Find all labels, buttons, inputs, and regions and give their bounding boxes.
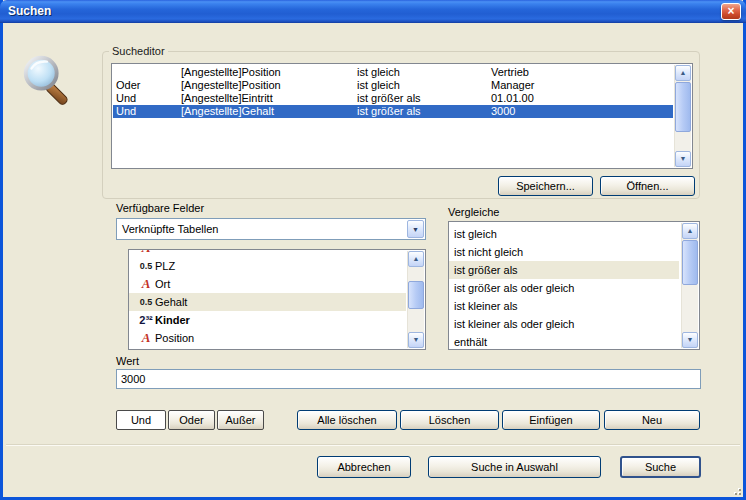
open-button[interactable]: Öffnen... xyxy=(600,176,695,196)
scroll-up-button[interactable]: ▲ xyxy=(408,251,424,267)
scroll-up-button[interactable]: ▲ xyxy=(675,65,691,81)
und-button[interactable]: Und xyxy=(116,410,166,430)
delete-button-label: Löschen xyxy=(429,414,471,426)
resize-grip[interactable] xyxy=(729,483,742,496)
criteria-conjunction: Und xyxy=(116,92,136,105)
scroll-thumb[interactable] xyxy=(682,240,698,285)
criteria-operator: ist größer als xyxy=(357,105,421,118)
close-icon: × xyxy=(727,4,734,18)
cancel-button[interactable]: Abbrechen xyxy=(317,456,411,478)
wert-label: Wert xyxy=(116,355,139,367)
scrollbar[interactable]: ▲ ▼ xyxy=(407,251,424,348)
oder-button[interactable]: Oder xyxy=(168,410,215,430)
comparison-item[interactable]: ist gleich xyxy=(449,225,679,243)
scrollbar[interactable]: ▲ ▼ xyxy=(681,223,698,348)
scroll-up-icon: ▲ xyxy=(680,69,687,76)
scroll-thumb[interactable] xyxy=(408,281,424,309)
clear-all-button-label: Alle löschen xyxy=(317,414,376,426)
scroll-down-button[interactable]: ▼ xyxy=(675,151,691,167)
insert-button[interactable]: Einfügen xyxy=(502,410,600,430)
search-criteria-row[interactable]: [Angestellte]Position ist gleich Vertrie… xyxy=(113,66,673,79)
comparison-item[interactable]: enthält xyxy=(449,333,679,350)
field-label: PLZ xyxy=(155,260,175,272)
fields-list[interactable]: A 0.5 PLZ A Ort 0.5 Gehalt 2³² Kinder A … xyxy=(128,249,426,350)
save-button[interactable]: Speichern... xyxy=(498,176,593,196)
available-fields-label: Verfügbare Felder xyxy=(116,202,204,214)
ausser-button-label: Außer xyxy=(226,414,256,426)
search-dialog: Suchen × xyxy=(0,0,746,500)
field-type-icon: 2³² xyxy=(137,314,155,326)
scroll-down-icon: ▼ xyxy=(687,336,694,343)
search-button[interactable]: Suche xyxy=(620,456,701,478)
scroll-down-button[interactable]: ▼ xyxy=(408,332,424,348)
cancel-button-label: Abbrechen xyxy=(337,461,390,473)
criteria-field: [Angestellte]Eintritt xyxy=(181,92,273,105)
field-item[interactable]: 2³² Kinder xyxy=(129,311,406,329)
criteria-operator: ist gleich xyxy=(357,79,400,92)
search-criteria-row-selected[interactable]: Und [Angestellte]Gehalt ist größer als 3… xyxy=(113,105,673,118)
comparisons-label: Vergleiche xyxy=(448,206,499,218)
field-label: Ort xyxy=(155,278,170,290)
comparison-item[interactable]: ist nicht gleich xyxy=(449,243,679,261)
search-criteria-row[interactable]: Und [Angestellte]Eintritt ist größer als… xyxy=(113,92,673,105)
scroll-up-icon: ▲ xyxy=(413,255,420,262)
criteria-value: 01.01.00 xyxy=(491,92,534,105)
scroll-down-icon: ▼ xyxy=(680,155,687,162)
scroll-thumb[interactable] xyxy=(675,82,691,132)
clear-all-button[interactable]: Alle löschen xyxy=(297,410,397,430)
criteria-field: [Angestellte]Position xyxy=(181,79,281,92)
search-criteria-list[interactable]: [Angestellte]Position ist gleich Vertrie… xyxy=(111,63,693,169)
criteria-conjunction: Und xyxy=(116,105,136,118)
scroll-up-button[interactable]: ▲ xyxy=(682,223,698,239)
close-button[interactable]: × xyxy=(721,3,741,20)
criteria-operator: ist größer als xyxy=(357,92,421,105)
comparison-item[interactable]: ist kleiner als xyxy=(449,297,679,315)
wert-input[interactable] xyxy=(116,369,701,389)
titlebar[interactable]: Suchen × xyxy=(0,0,746,23)
delete-button[interactable]: Löschen xyxy=(400,410,499,430)
oder-button-label: Oder xyxy=(179,414,203,426)
sucheditor-group: Sucheditor [Angestellte]Position ist gle… xyxy=(102,51,700,199)
field-type-icon: 0.5 xyxy=(137,297,155,307)
new-button[interactable]: Neu xyxy=(604,410,700,430)
criteria-value: Manager xyxy=(491,79,534,92)
comparison-item-selected[interactable]: ist größer als xyxy=(449,261,679,279)
field-item[interactable]: A xyxy=(129,249,406,257)
field-label: Gehalt xyxy=(155,296,187,308)
ausser-button[interactable]: Außer xyxy=(217,410,264,430)
comparison-item[interactable]: ist kleiner als oder gleich xyxy=(449,315,679,333)
search-in-selection-label: Suche in Auswahl xyxy=(471,461,558,473)
insert-button-label: Einfügen xyxy=(529,414,572,426)
dropdown-arrow-button[interactable]: ▼ xyxy=(407,220,424,238)
criteria-operator: ist gleich xyxy=(357,66,400,79)
comparisons-list[interactable]: ist gleich ist nicht gleich ist größer a… xyxy=(448,221,700,350)
field-type-icon: A xyxy=(137,276,155,292)
scroll-down-button[interactable]: ▼ xyxy=(682,332,698,348)
open-button-label: Öffnen... xyxy=(627,180,669,192)
field-item[interactable]: A Position xyxy=(129,329,406,347)
search-in-selection-button[interactable]: Suche in Auswahl xyxy=(428,456,601,478)
new-button-label: Neu xyxy=(642,414,662,426)
field-type-icon: 0.5 xyxy=(137,261,155,271)
field-type-icon: A xyxy=(137,330,155,346)
scroll-up-icon: ▲ xyxy=(687,227,694,234)
field-item[interactable]: 0.5 PLZ xyxy=(129,257,406,275)
comparison-item[interactable]: ist größer als oder gleich xyxy=(449,279,679,297)
field-type-icon: A xyxy=(137,249,155,256)
chevron-down-icon: ▼ xyxy=(412,226,419,233)
window-title: Suchen xyxy=(8,0,51,23)
field-item[interactable]: A Ort xyxy=(129,275,406,293)
criteria-value: 3000 xyxy=(491,105,515,118)
und-button-label: Und xyxy=(131,414,151,426)
search-button-label: Suche xyxy=(645,461,676,473)
search-criteria-row[interactable]: Oder [Angestellte]Position ist gleich Ma… xyxy=(113,79,673,92)
linked-tables-dropdown[interactable]: Verknüpfte Tabellen ▼ xyxy=(116,218,426,240)
criteria-conjunction: Oder xyxy=(116,79,140,92)
scrollbar[interactable]: ▲ ▼ xyxy=(674,65,691,167)
magnifier-icon xyxy=(18,50,76,110)
divider xyxy=(6,444,740,446)
field-item-selected[interactable]: 0.5 Gehalt xyxy=(129,293,406,311)
criteria-value: Vertrieb xyxy=(491,66,529,79)
criteria-field: [Angestellte]Position xyxy=(181,66,281,79)
sucheditor-label: Sucheditor xyxy=(109,45,168,57)
